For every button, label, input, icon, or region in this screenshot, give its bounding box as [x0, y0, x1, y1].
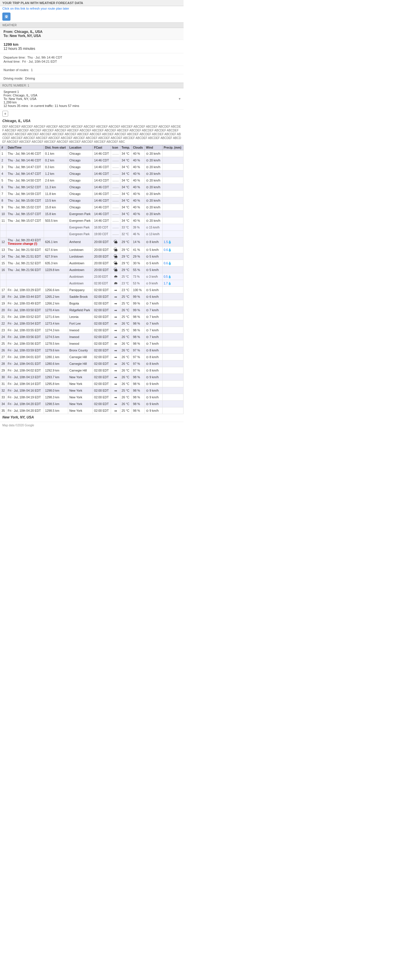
cell-precip [162, 387, 183, 394]
cell-dist [44, 224, 68, 231]
cell-temp: 33 °C [120, 224, 132, 231]
cell-clouds: 40 % [132, 164, 145, 170]
cell-datetime: Thu · Jul, 9th 21:56 EDT [6, 267, 44, 273]
table-row: 6Thu · Jul, 9th 14:52 CDT11.3 kmChicago1… [0, 184, 183, 191]
cell-precip [162, 394, 183, 401]
cell-wind: ⊙ 7 km/h [145, 300, 162, 307]
cell-clouds: 73 % [132, 273, 145, 280]
cell-clouds: 40 % [132, 204, 145, 211]
cell-location: Bogota [68, 300, 93, 307]
cell-dist: 1.2 km [44, 170, 68, 177]
col-clouds: Clouds [132, 145, 145, 150]
cell-temp: 26 °C [120, 361, 132, 367]
cell-dist: 1279.6 km [44, 347, 68, 354]
table-row: 21Fri · Jul, 10th 03:52 EDT1271.6 kmLeon… [0, 313, 183, 320]
cell-clouds: 55 % [132, 267, 145, 273]
cell-clouds: 40 % [132, 184, 145, 191]
cell-datetime: Fri · Jul, 10th 03:59 EDT [6, 347, 44, 354]
cell-location: Chicago [68, 197, 93, 204]
cell-datetime: Thu · Jul, 9th 15:07 CDT [6, 217, 44, 224]
table-row: 12Thu · Jul, 9th 20:43 EDTTimezone chang… [0, 237, 183, 247]
cell-location: Chicago [68, 157, 93, 164]
cell-datetime: Thu · Jul, 9th 14:46 CDT [6, 157, 44, 164]
cell-wind: ⊙ 9 km/h [145, 380, 162, 387]
cell-num: 28 [0, 361, 6, 367]
cell-num: 9 [0, 204, 6, 211]
cell-datetime: Fri · Jul, 10th 03:55 EDT [6, 327, 44, 334]
cell-dist: 1270.4 km [44, 307, 68, 313]
table-row: 29Fri · Jul, 10th 04:02 EDT1292.9 kmCarn… [0, 367, 183, 374]
cell-precip [162, 191, 183, 197]
cell-location: Chicago [68, 150, 93, 157]
cell-clouds: 98 % [132, 374, 145, 380]
cell-location: Evergreen Park [68, 217, 93, 224]
table-row: 35Fri · Jul, 10th 04:20 EDT1298.5 kmNew … [0, 407, 183, 414]
cell-icon: —— [111, 184, 120, 191]
table-row: 14Thu · Jul, 9th 21:51 EDT627.9 kmLordst… [0, 253, 183, 260]
cell-location: Amherst [68, 237, 93, 247]
cell-clouds: 39 % [132, 224, 145, 231]
cell-icon: ➡ [111, 340, 120, 347]
cell-location: Chicago [68, 191, 93, 197]
table-row: 31Fri · Jul, 10th 04:14 EDT1295.8 kmNew … [0, 380, 183, 387]
cell-precip [162, 287, 183, 293]
cell-fcast: 14:46 CDT [93, 197, 111, 204]
cell-fcast: 02:00 EDT [93, 354, 111, 361]
cell-temp: 34 °C [120, 211, 132, 217]
arrival-value: Fri · Jul, 10th 04:21 EDT [22, 60, 57, 63]
cell-num: 19 [0, 300, 6, 307]
cell-temp: 29 °C [120, 260, 132, 267]
cell-location: Inwood [68, 334, 93, 340]
table-row: 22Fri · Jul, 10th 03:54 EDT1273.4 kmFort… [0, 320, 183, 327]
cell-datetime [6, 231, 44, 237]
col-temp: Temp. [120, 145, 132, 150]
cell-temp: 25 °C [120, 313, 132, 320]
table-row: 34Fri · Jul, 10th 04:20 EDT1298.5 kmNew … [0, 401, 183, 407]
cell-icon: —— [111, 224, 120, 231]
refresh-link[interactable]: Click on this link to refresh your route… [0, 6, 183, 11]
cell-num: 27 [0, 354, 6, 361]
cell-dist: 635.3 km [44, 260, 68, 267]
map-icon [2, 13, 11, 21]
cell-temp: 26 °C [120, 374, 132, 380]
chevron-icon: ▼ [178, 97, 181, 100]
arrival-label: Arrival time [3, 60, 19, 63]
cell-wind: ⊙ 7 km/h [145, 320, 162, 327]
cell-clouds: 53 % [132, 280, 145, 287]
cell-wind: ⊙ 5 km/h [145, 287, 162, 293]
cell-fcast: 02:00 EDT [93, 313, 111, 320]
cell-wind: ⊙ 9 km/h [145, 407, 162, 414]
distance-box: 1299 km 12 hours 35 minutes [0, 40, 183, 53]
driving-value: Driving [25, 76, 35, 80]
cell-num: 21 [0, 313, 6, 320]
cell-precip [162, 150, 183, 157]
cell-wind: ⊙ 6 km/h [145, 293, 162, 300]
cell-clouds: 99 % [132, 307, 145, 313]
cell-precip [162, 211, 183, 217]
cell-dist: 15.8 km [44, 204, 68, 211]
cell-fcast: 02:00 EDT [93, 374, 111, 380]
cell-num: 30 [0, 374, 6, 380]
cell-location: Lordstown [68, 253, 93, 260]
cell-location: Carnegie Hill [68, 354, 93, 361]
cell-precip [162, 313, 183, 320]
table-row: 25Fri · Jul, 10th 03:56 EDT1278.5 kmInwo… [0, 340, 183, 347]
cell-wind: ⊙ 7 km/h [145, 307, 162, 313]
to-label: To: New York, NY, USA [3, 34, 180, 38]
cell-location: Austintown [68, 273, 93, 280]
cell-wind: ⊙ 7 km/h [145, 334, 162, 340]
cell-wind: ⊙ 9 km/h [145, 394, 162, 401]
cell-num: 6 [0, 184, 6, 191]
cell-icon: —— [111, 197, 120, 204]
cell-dist: 1293.7 km [44, 374, 68, 380]
cell-location: Lordstown [68, 247, 93, 253]
table-row: 11Thu · Jul, 9th 15:07 CDT503.5 kmEvergr… [0, 217, 183, 224]
plus-button[interactable]: + [2, 111, 8, 116]
cell-clouds: 40 % [132, 197, 145, 204]
cell-location: Ridgefield Park [68, 307, 93, 313]
departure-value: Thu · Jul, 9th 14:46 CDT [27, 56, 62, 59]
cell-icon: ➡ [111, 387, 120, 394]
cell-datetime: Thu · Jul, 9th 14:47 CDT [6, 164, 44, 170]
table-row: Evergreen Park19:00 CDT——32 °C46 %⊙ 13 k… [0, 231, 183, 237]
cell-wind: ⊙ 20 km/h [145, 177, 162, 184]
